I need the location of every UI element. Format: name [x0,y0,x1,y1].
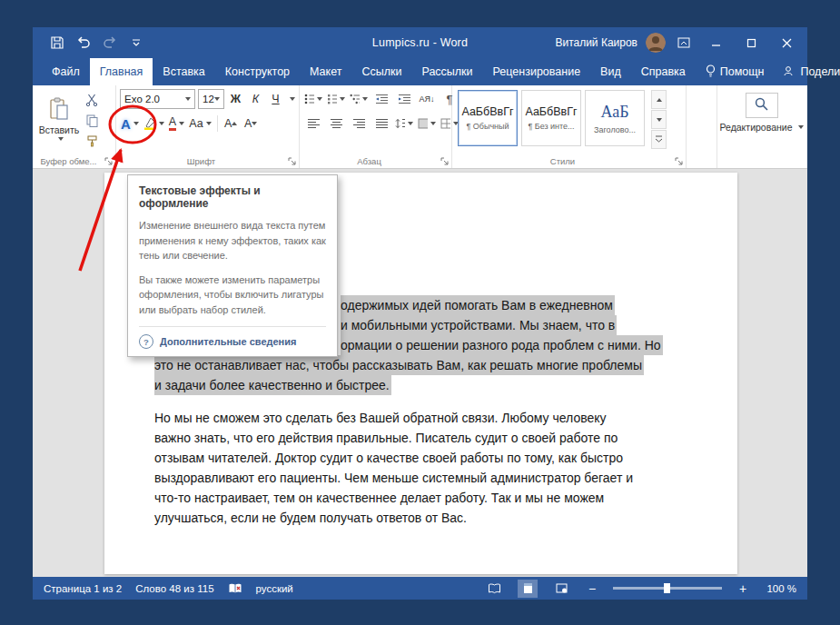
page-background: Lumpics.ru - Word Виталий Каиров [0,0,840,625]
undo-icon[interactable] [74,33,94,53]
tooltip-divider [139,326,326,327]
text-line: выздоравливают его пациенты. Чем меньше … [154,468,715,488]
styles-dialog-launcher-icon[interactable] [675,157,684,166]
tab-help[interactable]: Справка [631,58,696,85]
tab-mailings[interactable]: Рассылки [411,58,482,85]
editing-menu-button[interactable]: Редактирование [721,122,802,133]
paste-button[interactable]: Вставить [38,88,80,150]
underline-dropdown-icon[interactable] [290,97,295,101]
italic-button[interactable]: К [247,90,264,109]
customize-qat-icon[interactable] [126,33,146,53]
print-layout-icon[interactable] [518,580,538,598]
tooltip-title: Текстовые эффекты и оформление [139,184,326,210]
style-no-spacing[interactable]: АаБбВвГг ¶ Без инте... [521,90,581,146]
editing-dropdown-icon [798,125,804,129]
highlight-dropdown-icon [159,122,164,125]
tab-view[interactable]: Вид [590,58,631,85]
bullets-icon[interactable] [303,90,323,109]
font-name-combobox[interactable]: Exo 2.0 [120,89,195,109]
titlebar-right: Виталий Каиров [555,31,807,55]
multilevel-list-icon[interactable] [349,90,369,109]
styles-gallery-more-icon[interactable] [651,130,667,149]
up-triangle-icon [232,122,237,125]
justify-icon[interactable] [371,114,391,134]
tooltip-learn-more-link[interactable]: ? Дополнительные сведения [139,334,326,349]
align-right-icon[interactable] [349,114,369,134]
close-icon[interactable] [773,31,800,55]
tab-references[interactable]: Ссылки [351,58,411,85]
increase-indent-icon[interactable] [394,90,414,109]
zoom-in-button[interactable]: + [736,580,750,598]
styles-scroll-down-icon[interactable] [651,110,667,129]
style-normal[interactable]: АаБбВвГг ¶ Обычный [458,90,518,146]
group-clipboard: Вставить Буфер [35,85,116,168]
styles-scroll-up-icon[interactable] [651,90,667,109]
align-left-icon[interactable] [303,114,323,134]
zoom-level[interactable]: 100 % [764,583,796,594]
grow-font-button[interactable]: А [222,114,240,134]
zoom-out-button[interactable]: − [585,580,599,598]
style-heading[interactable]: АаБ Заголово... [585,90,645,146]
numbering-icon[interactable] [326,90,346,109]
paragraph-dialog-launcher-icon[interactable] [440,157,450,166]
share-button[interactable]: Поделиться [774,58,840,85]
align-center-icon[interactable] [326,114,346,134]
tab-layout[interactable]: Макет [300,58,351,85]
tab-insert[interactable]: Вставка [153,58,214,85]
underline-button[interactable]: Ч [267,90,284,109]
format-painter-icon[interactable] [80,133,104,150]
text-line: Но мы не сможем это сделать без Вашей об… [154,408,715,428]
change-case-button[interactable]: Аа [188,114,212,134]
save-icon[interactable] [47,33,67,53]
status-bar: Страница 1 из 2 Слово 48 из 115 русский … [33,577,807,600]
find-button[interactable] [746,93,778,118]
zoom-slider-thumb[interactable] [664,583,670,593]
maximize-icon[interactable] [737,31,765,55]
highlight-color-button[interactable] [143,114,165,134]
group-font: Exo 2.0 12 Ж К Ч А [116,85,300,168]
tab-file[interactable]: Файл [42,58,90,85]
title-bar: Lumpics.ru - Word Виталий Каиров [33,27,807,58]
paragraph-group-label: Абзац [300,156,439,166]
web-layout-icon[interactable] [551,580,571,598]
paste-clipboard-icon [49,97,69,123]
text-line: что-то настраивает, тем он качественнее … [154,488,715,508]
shrink-font-button[interactable]: А [242,114,260,134]
font-color-button[interactable]: А [168,114,185,134]
tab-assistant[interactable]: Помощн [696,58,775,85]
cut-icon[interactable] [80,91,104,108]
search-icon [755,97,768,114]
minimize-icon[interactable] [702,31,729,55]
sort-icon[interactable]: АЯ↓ [417,90,437,109]
account-name[interactable]: Виталий Каиров [555,36,637,49]
proofing-icon[interactable] [228,583,242,594]
clipboard-dialog-launcher-icon[interactable] [104,157,114,166]
ribbon-display-options-icon[interactable] [674,33,694,53]
line-spacing-icon[interactable] [394,114,414,134]
tab-design[interactable]: Конструктор [215,58,300,85]
font-size-combobox[interactable]: 12 [198,89,224,109]
text-line: важно знать, что его действия правильные… [154,428,715,448]
shading-icon[interactable] [417,114,437,134]
page-indicator[interactable]: Страница 1 из 2 [44,583,122,594]
language-indicator[interactable]: русский [256,583,293,594]
chevron-down-icon [214,97,220,101]
tab-review[interactable]: Рецензирование [483,58,591,85]
paste-dropdown-icon [58,137,64,141]
avatar[interactable] [646,33,666,53]
decrease-indent-icon[interactable] [371,90,391,109]
tooltip-body-2: Вы также можете изменить параметры оформ… [139,273,326,318]
clipboard-group-label: Буфер обме... [35,156,103,166]
text-line: улучшаться, если не будем получать ответ… [154,508,715,528]
zoom-slider[interactable] [613,587,722,590]
font-dialog-launcher-icon[interactable] [288,157,297,166]
word-count[interactable]: Слово 48 из 115 [135,583,213,594]
redo-icon[interactable] [100,33,120,53]
tab-home[interactable]: Главная [90,58,153,85]
copy-icon[interactable] [80,112,104,129]
read-mode-icon[interactable] [484,580,504,598]
text-effects-button[interactable]: А [120,114,140,134]
text-effects-tooltip: Текстовые эффекты и оформление Изменение… [127,174,338,357]
group-paragraph: АЯ↓ ¶ [300,85,452,168]
bold-button[interactable]: Ж [227,90,244,109]
